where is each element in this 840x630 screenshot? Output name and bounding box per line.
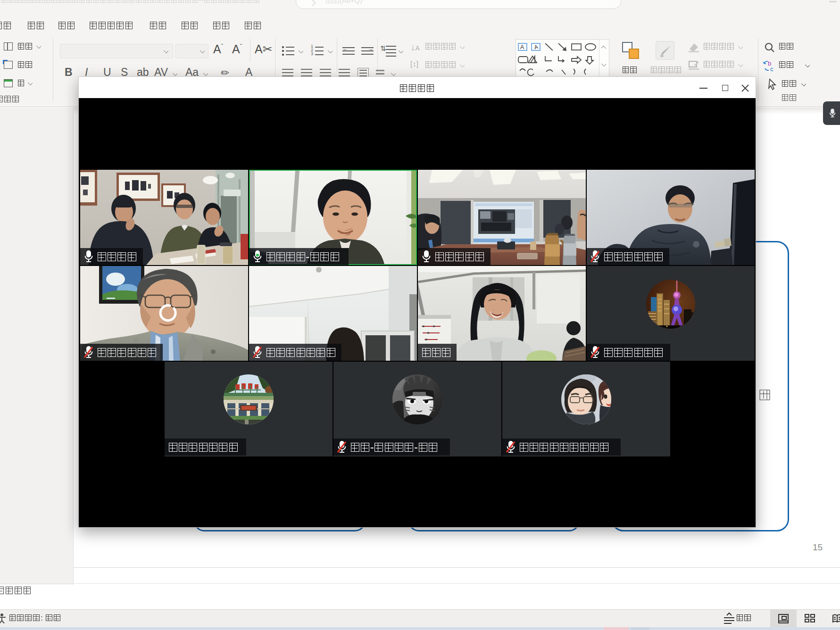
svg-text:A: A [533,43,539,51]
svg-text:▬▬: ▬▬ [107,295,115,300]
svg-text:c: c [770,66,773,72]
svg-text:A: A [520,44,524,50]
